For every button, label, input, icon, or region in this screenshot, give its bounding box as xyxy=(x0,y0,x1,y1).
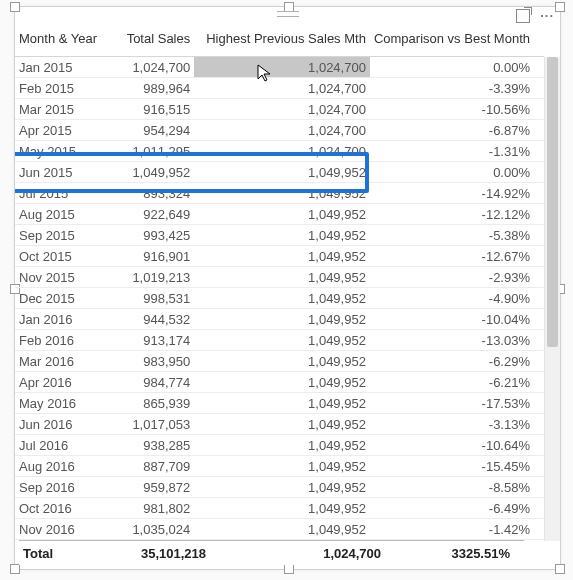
cell-prev[interactable]: 1,049,952 xyxy=(194,393,370,414)
cell-month[interactable]: Sep 2015 xyxy=(15,225,106,246)
cell-comp[interactable]: -4.90% xyxy=(370,288,544,309)
cell-comp[interactable]: -12.12% xyxy=(370,204,544,225)
cell-sales[interactable]: 916,515 xyxy=(106,99,194,120)
table-row[interactable]: Aug 2016887,7091,049,952-15.45% xyxy=(15,456,544,477)
header-total-sales[interactable]: Total Sales xyxy=(106,25,194,57)
cell-sales[interactable]: 1,049,952 xyxy=(106,162,194,183)
cell-month[interactable]: Apr 2015 xyxy=(15,120,106,141)
cell-comp[interactable]: -2.93% xyxy=(370,267,544,288)
header-highest-prev[interactable]: Highest Previous Sales Mth xyxy=(194,25,370,57)
cell-comp[interactable]: -6.21% xyxy=(370,372,544,393)
cell-month[interactable]: Apr 2016 xyxy=(15,372,106,393)
cell-month[interactable]: Aug 2015 xyxy=(15,204,106,225)
cell-prev[interactable]: 1,049,952 xyxy=(194,267,370,288)
cell-sales[interactable]: 1,024,700 xyxy=(106,57,194,78)
cell-prev[interactable]: 1,049,952 xyxy=(194,309,370,330)
cell-prev[interactable]: 1,024,700 xyxy=(194,141,370,162)
cell-month[interactable]: Oct 2016 xyxy=(15,498,106,519)
focus-mode-icon[interactable] xyxy=(516,9,530,23)
cell-month[interactable]: Feb 2016 xyxy=(15,330,106,351)
cell-prev[interactable]: 1,049,952 xyxy=(194,435,370,456)
cell-sales[interactable]: 959,872 xyxy=(106,477,194,498)
cell-sales[interactable]: 989,964 xyxy=(106,78,194,99)
cell-sales[interactable]: 993,425 xyxy=(106,225,194,246)
cell-prev[interactable]: 1,049,952 xyxy=(194,204,370,225)
cell-sales[interactable]: 913,174 xyxy=(106,330,194,351)
cell-prev[interactable]: 1,024,700 xyxy=(194,57,370,78)
cell-prev[interactable]: 1,049,952 xyxy=(194,183,370,204)
cell-comp[interactable]: -3.13% xyxy=(370,414,544,435)
table-visual-frame[interactable]: ··· Month & Year Total Sales Highest Pre… xyxy=(14,6,561,570)
cell-prev[interactable]: 1,049,952 xyxy=(194,498,370,519)
cell-comp[interactable]: -10.64% xyxy=(370,435,544,456)
table-row[interactable]: Mar 2016983,9501,049,952-6.29% xyxy=(15,351,544,372)
vertical-scrollbar[interactable] xyxy=(544,57,560,541)
cell-sales[interactable]: 865,939 xyxy=(106,393,194,414)
table-row[interactable]: Oct 2016981,8021,049,952-6.49% xyxy=(15,498,544,519)
cell-month[interactable]: Jun 2015 xyxy=(15,162,106,183)
cell-comp[interactable]: -10.04% xyxy=(370,309,544,330)
cell-month[interactable]: May 2015 xyxy=(15,141,106,162)
table-row[interactable]: Jul 2016938,2851,049,952-10.64% xyxy=(15,435,544,456)
table-row[interactable]: Nov 20151,019,2131,049,952-2.93% xyxy=(15,267,544,288)
table-row[interactable]: May 20151,011,2951,024,700-1.31% xyxy=(15,141,544,162)
cell-month[interactable]: Nov 2015 xyxy=(15,267,106,288)
cell-month[interactable]: Jan 2015 xyxy=(15,57,106,78)
cell-prev[interactable]: 1,049,952 xyxy=(194,225,370,246)
cell-month[interactable]: Feb 2015 xyxy=(15,78,106,99)
cell-comp[interactable]: -1.42% xyxy=(370,519,544,540)
cell-comp[interactable]: -15.45% xyxy=(370,456,544,477)
table-row[interactable]: Dec 2015998,5311,049,952-4.90% xyxy=(15,288,544,309)
scrollbar-thumb[interactable] xyxy=(547,57,558,347)
table-row[interactable]: Jul 2015893,3241,049,952-14.92% xyxy=(15,183,544,204)
cell-sales[interactable]: 984,774 xyxy=(106,372,194,393)
cell-comp[interactable]: -3.39% xyxy=(370,78,544,99)
cell-comp[interactable]: 0.00% xyxy=(370,162,544,183)
cell-sales[interactable]: 887,709 xyxy=(106,456,194,477)
table-row[interactable]: Mar 2015916,5151,024,700-10.56% xyxy=(15,99,544,120)
cell-prev[interactable]: 1,049,952 xyxy=(194,162,370,183)
table-row[interactable]: Aug 2015922,6491,049,952-12.12% xyxy=(15,204,544,225)
cell-prev[interactable]: 1,049,952 xyxy=(194,477,370,498)
header-month[interactable]: Month & Year xyxy=(15,25,106,57)
drag-grip-icon[interactable] xyxy=(277,11,299,17)
cell-comp[interactable]: -13.03% xyxy=(370,330,544,351)
cell-sales[interactable]: 938,285 xyxy=(106,435,194,456)
cell-sales[interactable]: 954,294 xyxy=(106,120,194,141)
cell-comp[interactable]: -17.53% xyxy=(370,393,544,414)
cell-month[interactable]: Jul 2015 xyxy=(15,183,106,204)
cell-month[interactable]: Dec 2015 xyxy=(15,288,106,309)
cell-month[interactable]: Jan 2016 xyxy=(15,309,106,330)
table-row[interactable]: Sep 2015993,4251,049,952-5.38% xyxy=(15,225,544,246)
cell-sales[interactable]: 998,531 xyxy=(106,288,194,309)
table-row[interactable]: Jun 20161,017,0531,049,952-3.13% xyxy=(15,414,544,435)
table-row[interactable]: May 2016865,9391,049,952-17.53% xyxy=(15,393,544,414)
table-row[interactable]: Jun 20151,049,9521,049,9520.00% xyxy=(15,162,544,183)
cell-month[interactable]: Mar 2016 xyxy=(15,351,106,372)
cell-sales[interactable]: 893,324 xyxy=(106,183,194,204)
cell-month[interactable]: Oct 2015 xyxy=(15,246,106,267)
cell-comp[interactable]: -14.92% xyxy=(370,183,544,204)
cell-prev[interactable]: 1,049,952 xyxy=(194,414,370,435)
table-row[interactable]: Apr 2016984,7741,049,952-6.21% xyxy=(15,372,544,393)
cell-sales[interactable]: 1,019,213 xyxy=(106,267,194,288)
cell-comp[interactable]: -6.87% xyxy=(370,120,544,141)
table-row[interactable]: Jan 20151,024,7001,024,7000.00% xyxy=(15,57,544,78)
cell-sales[interactable]: 916,901 xyxy=(106,246,194,267)
table-row[interactable]: Feb 2015989,9641,024,700-3.39% xyxy=(15,78,544,99)
table-row[interactable]: Jan 2016944,5321,049,952-10.04% xyxy=(15,309,544,330)
cell-sales[interactable]: 944,532 xyxy=(106,309,194,330)
cell-prev[interactable]: 1,049,952 xyxy=(194,456,370,477)
more-options-icon[interactable]: ··· xyxy=(540,8,554,23)
cell-prev[interactable]: 1,024,700 xyxy=(194,99,370,120)
cell-comp[interactable]: -5.38% xyxy=(370,225,544,246)
cell-prev[interactable]: 1,024,700 xyxy=(194,78,370,99)
table-row[interactable]: Feb 2016913,1741,049,952-13.03% xyxy=(15,330,544,351)
cell-comp[interactable]: 0.00% xyxy=(370,57,544,78)
cell-month[interactable]: Jul 2016 xyxy=(15,435,106,456)
cell-comp[interactable]: -8.58% xyxy=(370,477,544,498)
cell-prev[interactable]: 1,049,952 xyxy=(194,288,370,309)
table-row[interactable]: Oct 2015916,9011,049,952-12.67% xyxy=(15,246,544,267)
cell-sales[interactable]: 1,011,295 xyxy=(106,141,194,162)
cell-prev[interactable]: 1,049,952 xyxy=(194,519,370,540)
